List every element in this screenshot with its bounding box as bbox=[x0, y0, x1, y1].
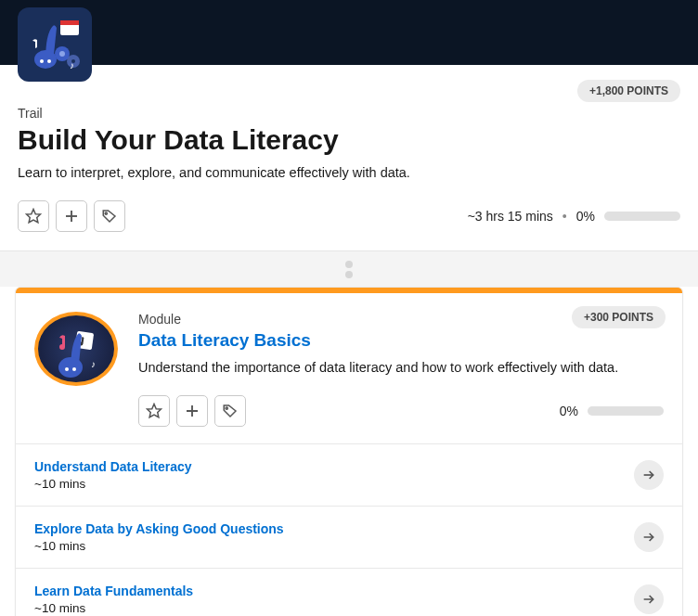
module-icon-buttons bbox=[138, 395, 246, 427]
module-add-button[interactable] bbox=[176, 395, 208, 427]
star-icon bbox=[146, 403, 162, 419]
lesson-item: Learn Data Fundamentals~10 mins bbox=[16, 568, 682, 616]
svg-point-13 bbox=[105, 212, 107, 214]
lesson-item: Explore Data by Asking Good Questions~10… bbox=[16, 506, 682, 568]
lesson-duration: ~10 mins bbox=[34, 601, 193, 615]
separator: • bbox=[562, 209, 567, 224]
plus-icon bbox=[63, 208, 80, 225]
lesson-duration: ~10 mins bbox=[34, 477, 192, 491]
svg-point-17 bbox=[72, 367, 76, 371]
favorite-button[interactable] bbox=[18, 200, 49, 232]
trail-progress-bar bbox=[604, 212, 680, 221]
module-card: +300 POINTS ♪ Module Data Literacy Basic… bbox=[15, 287, 683, 616]
module-tag-button[interactable] bbox=[214, 395, 246, 427]
svg-text:♪: ♪ bbox=[91, 359, 96, 369]
svg-point-5 bbox=[40, 59, 44, 63]
trail-points-badge: +1,800 POINTS bbox=[577, 80, 680, 102]
module-body: +300 POINTS ♪ Module Data Literacy Basic… bbox=[16, 293, 682, 443]
lesson-duration: ~10 mins bbox=[34, 539, 284, 553]
trail-category: Trail bbox=[18, 106, 680, 121]
lesson-text: Understand Data Literacy~10 mins bbox=[34, 459, 192, 491]
lesson-title-link[interactable]: Understand Data Literacy bbox=[34, 459, 192, 474]
tag-button[interactable] bbox=[94, 200, 125, 232]
trail-action-row: ~3 hrs 15 mins • 0% bbox=[18, 200, 680, 232]
arrow-right-icon bbox=[641, 592, 656, 607]
top-bar bbox=[0, 0, 698, 65]
svg-point-22 bbox=[226, 407, 227, 409]
svg-rect-1 bbox=[60, 20, 79, 25]
module-action-row: 0% bbox=[138, 395, 664, 427]
module-points-badge: +300 POINTS bbox=[572, 306, 666, 328]
tag-icon bbox=[222, 403, 239, 419]
lesson-title-link[interactable]: Explore Data by Asking Good Questions bbox=[34, 521, 284, 536]
svg-point-15 bbox=[58, 357, 83, 378]
arrow-right-icon bbox=[641, 468, 656, 482]
trail-subtitle: Learn to interpret, explore, and communi… bbox=[18, 165, 680, 180]
svg-marker-10 bbox=[27, 210, 41, 223]
trail-percent: 0% bbox=[576, 209, 595, 224]
plus-icon bbox=[184, 403, 200, 419]
lesson-title-link[interactable]: Learn Data Fundamentals bbox=[34, 584, 193, 598]
lesson-item: Understand Data Literacy~10 mins bbox=[16, 443, 682, 506]
module-badge: ♪ bbox=[34, 312, 118, 386]
svg-point-3 bbox=[59, 51, 65, 57]
trail-duration: ~3 hrs 15 mins bbox=[468, 209, 553, 224]
trail-icon-buttons bbox=[18, 200, 125, 232]
module-progress-bar bbox=[588, 406, 664, 416]
module-title-link[interactable]: Data Literacy Basics bbox=[138, 330, 664, 351]
star-icon bbox=[25, 208, 42, 225]
module-favorite-button[interactable] bbox=[138, 395, 170, 427]
arrow-right-icon bbox=[641, 530, 656, 545]
svg-point-6 bbox=[47, 59, 51, 63]
lesson-text: Learn Data Fundamentals~10 mins bbox=[34, 584, 193, 615]
trail-title: Build Your Data Literacy bbox=[18, 124, 680, 156]
module-percent: 0% bbox=[560, 404, 578, 418]
drag-handle[interactable] bbox=[0, 251, 698, 287]
lesson-open-button[interactable] bbox=[634, 522, 664, 552]
module-description: Understand the importance of data litera… bbox=[138, 360, 664, 375]
module-progress: 0% bbox=[560, 404, 664, 418]
lesson-open-button[interactable] bbox=[634, 584, 664, 614]
lesson-open-button[interactable] bbox=[634, 460, 664, 490]
trail-progress: ~3 hrs 15 mins • 0% bbox=[468, 209, 680, 224]
module-info: Module Data Literacy Basics Understand t… bbox=[138, 312, 664, 427]
tag-icon bbox=[101, 208, 118, 225]
lesson-text: Explore Data by Asking Good Questions~10… bbox=[34, 521, 284, 553]
svg-marker-19 bbox=[148, 404, 162, 417]
trail-header: +1,800 POINTS Trail Build Your Data Lite… bbox=[0, 65, 698, 251]
add-button[interactable] bbox=[56, 200, 87, 232]
svg-point-16 bbox=[65, 367, 69, 371]
